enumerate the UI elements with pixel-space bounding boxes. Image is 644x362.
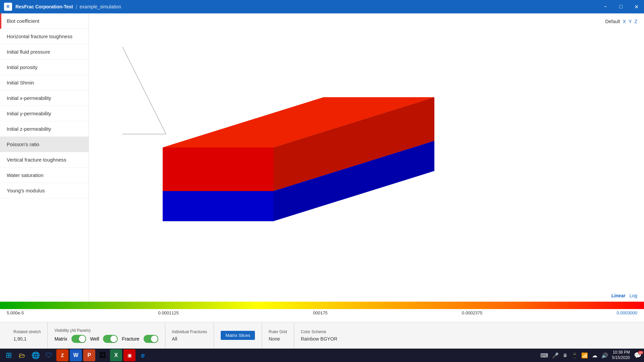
cloud-icon: ☁ bbox=[592, 352, 597, 359]
sidebar-item-initial-shmin[interactable]: Initial Shmin bbox=[0, 75, 89, 90]
rotated-stretch-label: Rotated stretch bbox=[13, 329, 41, 334]
notification-button[interactable]: 💬 40 bbox=[634, 352, 641, 359]
sidebar-item-vertical-fracture[interactable]: Vertical fracture toughness bbox=[0, 152, 89, 168]
project-title: example_simulation bbox=[79, 4, 121, 9]
minimize-button[interactable]: − bbox=[598, 0, 613, 13]
toolbar-visibility: Visibility (All Panels) Matrix Well Frac… bbox=[48, 322, 165, 349]
sidebar-item-poissons-ratio[interactable]: Poisson's ratio bbox=[0, 137, 89, 152]
sidebar-item-water-saturation[interactable]: Water saturation bbox=[0, 168, 89, 183]
sidebar-item-initial-z-perm[interactable]: Initial z-permeability bbox=[0, 121, 89, 137]
date-display: 5/15/2020 bbox=[612, 355, 630, 361]
time-display: 10:38 PM bbox=[612, 350, 630, 355]
toolbar-individual-fractures: Individual Fractures All bbox=[165, 322, 214, 349]
matrix-label: Matrix bbox=[54, 336, 67, 342]
company-title: ResFrac Corporation-Test bbox=[15, 4, 73, 9]
well-label: Well bbox=[90, 336, 99, 342]
clock: 10:38 PM 5/15/2020 bbox=[612, 350, 630, 360]
svg-line-0 bbox=[122, 47, 166, 134]
notification-badge: 40 bbox=[638, 351, 643, 354]
fracture-toggle[interactable] bbox=[144, 335, 158, 343]
colorbar-val3: 0.0002375 bbox=[462, 310, 482, 315]
file-explorer-icon[interactable]: 🗁 bbox=[16, 349, 28, 361]
keyboard-icon: ⌨ bbox=[540, 352, 548, 359]
titlebar: R ResFrac Corporation-Test | example_sim… bbox=[0, 0, 644, 13]
colorbar-min: 5.000e-5 bbox=[7, 310, 24, 315]
individual-fractures-value: All bbox=[172, 336, 207, 342]
screen-icon: 🖥 bbox=[563, 353, 568, 358]
word-icon[interactable]: W bbox=[70, 349, 82, 361]
colorbar-max: 0.0003000 bbox=[617, 310, 637, 315]
sidebar-item-initial-y-perm[interactable]: Initial y-permeability bbox=[0, 106, 89, 121]
3d-viewport[interactable]: Default X Y Z bbox=[89, 13, 644, 302]
sidebar-item-horizontal-fracture[interactable]: Horizontal fracture toughness bbox=[0, 29, 89, 44]
taskbar: ⊞ 🗁 🌐 🛡 Z W P 🖼 X ▣ e ⌨ 🎤 🖥 📱 📶 ☁ 🔊 10:3… bbox=[0, 349, 644, 362]
rotated-stretch-value: 1,90,1 bbox=[13, 336, 41, 342]
toolbar-matrix-slices: Matrix Slices bbox=[214, 322, 262, 349]
sidebar-item-biot[interactable]: Biot coefficient bbox=[0, 13, 89, 29]
sidebar: Biot coefficient Horizontal fracture tou… bbox=[0, 13, 89, 302]
close-button[interactable]: ✕ bbox=[629, 0, 644, 13]
photos-icon[interactable]: 🖼 bbox=[97, 349, 109, 361]
ruler-grid-label: Ruler Grid bbox=[269, 329, 287, 334]
toolbar-ruler-grid: Ruler Grid None bbox=[262, 322, 294, 349]
excel-icon[interactable]: X bbox=[110, 349, 122, 361]
security-icon[interactable]: 🛡 bbox=[43, 349, 55, 361]
svg-marker-3 bbox=[163, 191, 273, 221]
app-icon-label: R bbox=[7, 4, 10, 9]
individual-fractures-label: Individual Fractures bbox=[172, 329, 207, 334]
linear-scale-button[interactable]: Linear bbox=[611, 293, 626, 298]
edge-icon[interactable]: e bbox=[137, 349, 149, 361]
red-app-icon[interactable]: ▣ bbox=[123, 349, 136, 361]
chrome-icon[interactable]: 🌐 bbox=[30, 349, 42, 361]
wifi-icon: 📶 bbox=[581, 352, 588, 359]
colorbar-val2: 000175 bbox=[313, 310, 327, 315]
bottom-toolbar: Rotated stretch 1,90,1 Visibility (All P… bbox=[0, 322, 644, 349]
ruler-grid-value: None bbox=[269, 336, 287, 342]
sidebar-item-initial-porosity[interactable]: Initial porosity bbox=[0, 60, 89, 75]
visibility-label: Visibility (All Panels) bbox=[54, 328, 158, 333]
microphone-icon: 🎤 bbox=[552, 352, 559, 359]
taskbar-right: ⌨ 🎤 🖥 📱 📶 ☁ 🔊 10:38 PM 5/15/2020 💬 40 bbox=[540, 350, 641, 360]
windows-start-button[interactable]: ⊞ bbox=[3, 349, 15, 361]
matrix-toggle[interactable] bbox=[71, 335, 86, 343]
powerpoint-icon[interactable]: P bbox=[83, 349, 95, 361]
phone-icon: 📱 bbox=[572, 353, 577, 358]
matrix-slices-button[interactable]: Matrix Slices bbox=[221, 331, 255, 340]
colorbar-labels: 5.000e-5 0.0001125 000175 0.0002375 0.00… bbox=[0, 309, 644, 317]
maximize-button[interactable]: □ bbox=[613, 0, 629, 13]
fracture-label: Fracture bbox=[122, 336, 139, 342]
visibility-controls: Matrix Well Fracture bbox=[54, 335, 158, 343]
color-scheme-value: Rainbow BGYOR bbox=[301, 336, 337, 342]
toolbar-color-scheme: Color Scheme Rainbow BGYOR bbox=[294, 322, 344, 349]
svg-marker-6 bbox=[163, 147, 273, 191]
colorbar-val1: 0.0001125 bbox=[158, 310, 179, 315]
sidebar-item-initial-fluid-pressure[interactable]: Initial fluid pressure bbox=[0, 44, 89, 60]
zimbra-icon[interactable]: Z bbox=[56, 349, 68, 361]
toolbar-rotated-stretch: Rotated stretch 1,90,1 bbox=[7, 322, 48, 349]
3d-box-visualization bbox=[89, 13, 644, 302]
volume-icon: 🔊 bbox=[601, 352, 608, 359]
colorbar-gradient bbox=[0, 302, 644, 309]
well-toggle[interactable] bbox=[103, 335, 118, 343]
app-icon: R bbox=[4, 3, 12, 11]
sidebar-item-initial-x-perm[interactable]: Initial x-permeability bbox=[0, 90, 89, 106]
scale-controls: Linear Log bbox=[611, 293, 637, 298]
color-scheme-label: Color Scheme bbox=[301, 329, 337, 334]
sidebar-item-youngs-modulus[interactable]: Young's modulus bbox=[0, 183, 89, 198]
colorbar-section: 5.000e-5 0.0001125 000175 0.0002375 0.00… bbox=[0, 302, 644, 322]
log-scale-button[interactable]: Log bbox=[630, 293, 637, 298]
window-controls: − □ ✕ bbox=[598, 0, 644, 13]
